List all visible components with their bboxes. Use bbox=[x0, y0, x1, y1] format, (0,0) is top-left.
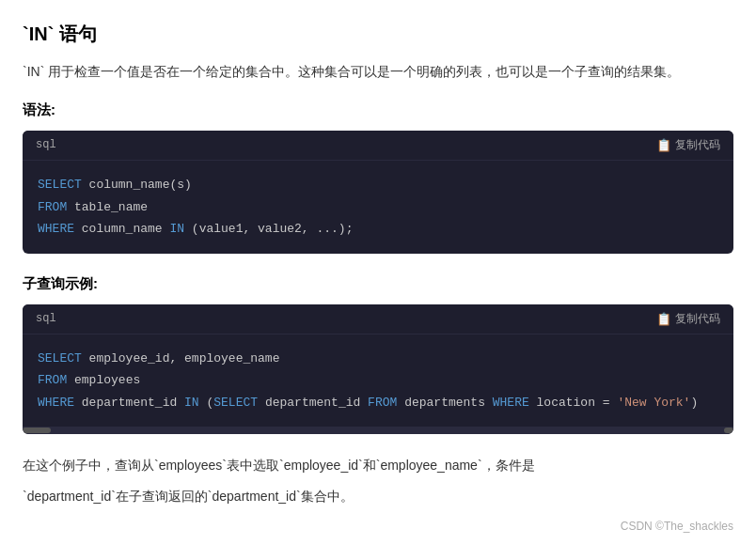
intro-text: `IN` 用于检查一个值是否在一个给定的集合中。这种集合可以是一个明确的列表，也… bbox=[23, 60, 733, 84]
subquery-code-block: sql 📋 复制代码 SELECT employee_id, employee_… bbox=[23, 304, 733, 434]
syntax-code-body: SELECT column_name(s) FROM table_name WH… bbox=[23, 161, 733, 253]
syntax-code-block: sql 📋 复制代码 SELECT column_name(s) FROM ta… bbox=[23, 131, 733, 253]
note-line2: `department_id`在子查询返回的`department_id`集合中… bbox=[23, 484, 733, 509]
code-lang-label: sql bbox=[36, 136, 56, 154]
copy-button[interactable]: 📋 复制代码 bbox=[656, 137, 720, 153]
copy-icon: 📋 bbox=[656, 138, 671, 152]
syntax-pre: SELECT column_name(s) FROM table_name WH… bbox=[38, 174, 718, 240]
scrollbar-thumb bbox=[23, 428, 51, 433]
subquery-pre: SELECT employee_id, employee_name FROM e… bbox=[38, 348, 718, 413]
subquery-title: 子查询示例: bbox=[23, 272, 733, 295]
code-header: sql 📋 复制代码 bbox=[23, 131, 733, 161]
page-title: `IN` 语句 bbox=[23, 19, 733, 49]
note-line1: 在这个例子中，查询从`employees`表中选取`employee_id`和`… bbox=[23, 453, 733, 478]
subquery-code-header: sql 📋 复制代码 bbox=[23, 304, 733, 334]
copy-label: 复制代码 bbox=[675, 137, 720, 153]
subquery-lang-label: sql bbox=[36, 310, 56, 328]
subquery-code-body: SELECT employee_id, employee_name FROM e… bbox=[23, 334, 733, 427]
syntax-title: 语法: bbox=[23, 99, 733, 121]
footer-text: CSDN ©The_shackles bbox=[23, 518, 733, 536]
scrollbar-end bbox=[724, 428, 733, 433]
subquery-copy-label: 复制代码 bbox=[675, 311, 720, 327]
subquery-copy-icon: 📋 bbox=[656, 312, 671, 326]
horizontal-scrollbar[interactable] bbox=[23, 427, 733, 434]
subquery-copy-button[interactable]: 📋 复制代码 bbox=[656, 311, 720, 327]
